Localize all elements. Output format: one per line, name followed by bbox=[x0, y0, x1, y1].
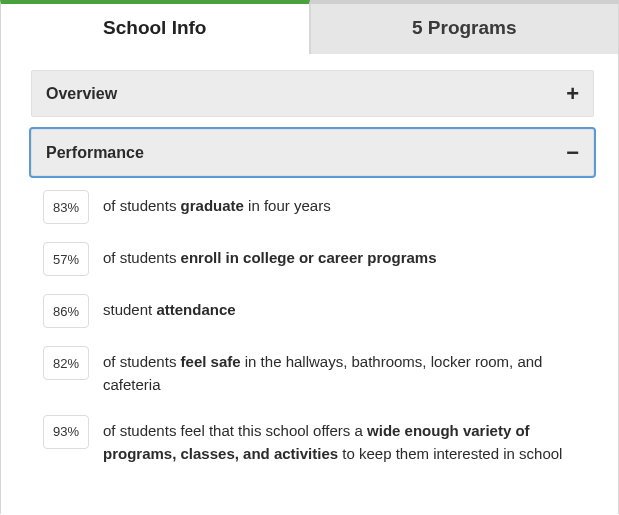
metric-row: 93% of students feel that this school of… bbox=[43, 419, 594, 466]
metric-badge: 86% bbox=[43, 294, 89, 328]
accordion-overview[interactable]: Overview + bbox=[31, 70, 594, 117]
content-pane: Overview + Performance − 83% of students… bbox=[0, 54, 619, 514]
accordion-title: Performance bbox=[46, 144, 144, 162]
tab-school-info[interactable]: School Info bbox=[0, 0, 310, 54]
metric-badge: 83% bbox=[43, 190, 89, 224]
accordion-title: Overview bbox=[46, 85, 117, 103]
metric-text: of students enroll in college or career … bbox=[103, 246, 594, 269]
metric-badge: 82% bbox=[43, 346, 89, 380]
metric-badge: 57% bbox=[43, 242, 89, 276]
tab-programs[interactable]: 5 Programs bbox=[310, 0, 620, 54]
metric-badge: 93% bbox=[43, 415, 89, 449]
metric-text: student attendance bbox=[103, 298, 594, 321]
metric-text: of students graduate in four years bbox=[103, 194, 594, 217]
performance-metrics: 83% of students graduate in four years 5… bbox=[31, 194, 594, 465]
metric-row: 86% student attendance bbox=[43, 298, 594, 328]
metric-text: of students feel safe in the hallways, b… bbox=[103, 350, 594, 397]
minus-icon: − bbox=[566, 142, 579, 164]
plus-icon: + bbox=[566, 83, 579, 105]
metric-row: 83% of students graduate in four years bbox=[43, 194, 594, 224]
tab-bar: School Info 5 Programs bbox=[0, 0, 619, 54]
metric-text: of students feel that this school offers… bbox=[103, 419, 594, 466]
accordion-performance[interactable]: Performance − bbox=[31, 129, 594, 176]
accordion: Overview + Performance − 83% of students… bbox=[31, 70, 594, 465]
metric-row: 57% of students enroll in college or car… bbox=[43, 246, 594, 276]
metric-row: 82% of students feel safe in the hallway… bbox=[43, 350, 594, 397]
